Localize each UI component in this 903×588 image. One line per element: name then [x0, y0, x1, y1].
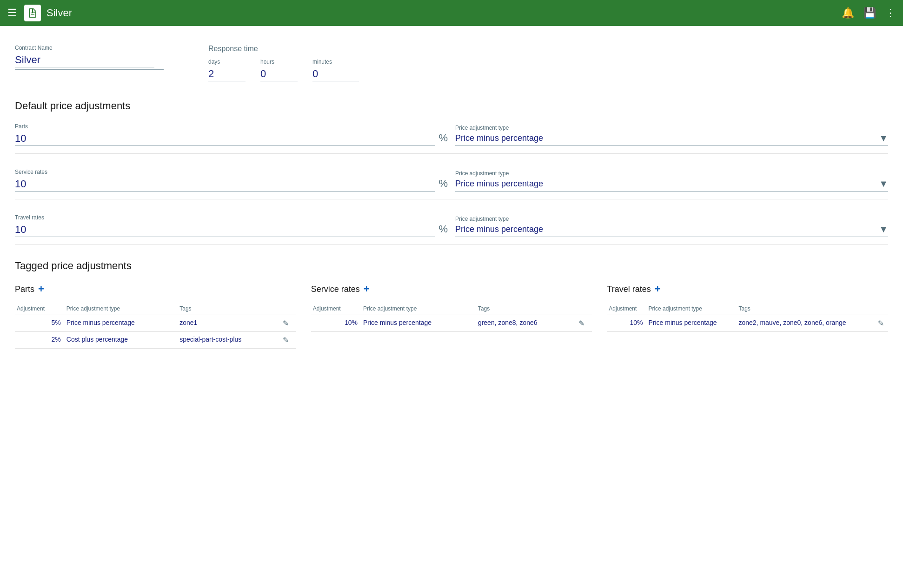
service-rates-adjustment-row: Service rates % Price adjustment type Pr… [15, 169, 888, 199]
main-content: Contract Name Response time days hours m… [0, 26, 903, 360]
table-row: 10% Price minus percentage green, zone8,… [311, 315, 592, 332]
travel-row1-edit-icon[interactable]: ✎ [878, 319, 884, 327]
parts-label: Parts [15, 123, 448, 130]
parts-input[interactable] [15, 132, 435, 146]
travel-rates-label: Travel rates [15, 214, 448, 221]
minutes-input[interactable] [312, 67, 359, 81]
tagged-parts-title: Parts [15, 284, 34, 294]
tagged-service-rates-header: Service rates + [311, 283, 592, 295]
parts-row2-type: Cost plus percentage [65, 332, 178, 349]
contract-name-field: Contract Name [15, 45, 164, 70]
tagged-price-adjustments-section: Tagged price adjustments Parts + Adjustm… [15, 260, 888, 349]
parts-input-row: % [15, 132, 448, 146]
travel-row1-adj: 10% [607, 315, 646, 332]
table-row: 2% Cost plus percentage special-part-cos… [15, 332, 296, 349]
parts-chevron-icon: ▼ [879, 133, 888, 144]
service-adj-col-header: Adjustment [311, 303, 361, 315]
hours-label: hours [260, 59, 298, 65]
service-type-col-header: Price adjustment type [361, 303, 476, 315]
parts-row2-edit-cell: ✎ [281, 332, 296, 349]
svg-rect-1 [31, 13, 33, 13]
tagged-service-rates-add-icon[interactable]: + [364, 283, 370, 295]
travel-rates-percent-icon: % [438, 223, 448, 235]
service-row1-adj: 10% [311, 315, 361, 332]
service-rates-input[interactable] [15, 177, 435, 192]
app-header: ☰ Silver 🔔 💾 ⋮ [0, 0, 903, 26]
parts-row1-tags: zone1 [178, 315, 280, 332]
parts-adj-label: Price adjustment type [455, 125, 888, 131]
minutes-field: minutes [312, 59, 359, 81]
tagged-service-rates-table: Adjustment Price adjustment type Tags 10… [311, 303, 592, 332]
svg-rect-0 [31, 14, 34, 15]
default-price-adjustments-section: Default price adjustments Parts % Price … [15, 100, 888, 245]
parts-row2-edit-icon[interactable]: ✎ [283, 336, 289, 344]
service-rates-adj-label: Price adjustment type [455, 170, 888, 177]
tagged-service-rates-title: Service rates [311, 284, 360, 294]
service-rates-percent-icon: % [438, 178, 448, 190]
parts-type-col-header: Price adjustment type [65, 303, 178, 315]
parts-adjustment-row: Parts % Price adjustment type Price minu… [15, 123, 888, 154]
travel-tags-col-header: Tags [737, 303, 876, 315]
travel-rates-chevron-icon: ▼ [879, 224, 888, 235]
travel-rates-right: Price adjustment type Price minus percen… [455, 216, 888, 237]
travel-rates-adj-value: Price minus percentage [455, 225, 879, 234]
service-rates-right: Price adjustment type Price minus percen… [455, 170, 888, 192]
service-row1-edit-icon[interactable]: ✎ [578, 319, 584, 327]
parts-adj-select[interactable]: Price minus percentage ▼ [455, 133, 888, 146]
travel-rates-adjustment-row: Travel rates % Price adjustment type Pri… [15, 214, 888, 245]
days-field: days [208, 59, 246, 81]
travel-rates-adj-label: Price adjustment type [455, 216, 888, 222]
hours-input[interactable] [260, 67, 298, 81]
parts-adj-col-header: Adjustment [15, 303, 65, 315]
tagged-travel-rates-add-icon[interactable]: + [655, 283, 661, 295]
default-adjustments-title: Default price adjustments [15, 100, 888, 112]
service-rates-adj-value: Price minus percentage [455, 179, 879, 189]
travel-row1-tags: zone2, mauve, zone0, zone6, orange [737, 315, 876, 332]
tagged-travel-rates-column: Travel rates + Adjustment Price adjustme… [607, 283, 888, 349]
tagged-travel-rates-table: Adjustment Price adjustment type Tags 10… [607, 303, 888, 332]
service-tags-col-header: Tags [476, 303, 577, 315]
tagged-service-header-row: Adjustment Price adjustment type Tags [311, 303, 592, 315]
parts-percent-icon: % [438, 132, 448, 144]
parts-row1-edit-cell: ✎ [281, 315, 296, 332]
tagged-travel-rates-header: Travel rates + [607, 283, 888, 295]
parts-row2-tags: special-part-cost-plus [178, 332, 280, 349]
response-time-label: Response time [208, 45, 359, 53]
days-label: days [208, 59, 246, 65]
travel-row1-type: Price minus percentage [646, 315, 737, 332]
service-rates-adj-select[interactable]: Price minus percentage ▼ [455, 178, 888, 192]
tagged-parts-header-row: Adjustment Price adjustment type Tags [15, 303, 296, 315]
tagged-travel-header-row: Adjustment Price adjustment type Tags [607, 303, 888, 315]
contract-name-input[interactable] [15, 53, 154, 67]
app-icon [24, 5, 41, 21]
parts-row1-edit-icon[interactable]: ✎ [283, 319, 289, 327]
tagged-parts-column: Parts + Adjustment Price adjustment type… [15, 283, 296, 349]
service-rates-input-row: % [15, 177, 448, 192]
more-options-icon[interactable]: ⋮ [885, 7, 896, 19]
page-title: Silver [46, 7, 842, 19]
travel-rates-left: Travel rates % [15, 214, 448, 237]
parts-right: Price adjustment type Price minus percen… [455, 125, 888, 146]
tagged-parts-table: Adjustment Price adjustment type Tags 5%… [15, 303, 296, 349]
travel-type-col-header: Price adjustment type [646, 303, 737, 315]
parts-row1-adj: 5% [15, 315, 65, 332]
tagged-travel-rates-title: Travel rates [607, 284, 651, 294]
service-row1-type: Price minus percentage [361, 315, 476, 332]
save-icon[interactable]: 💾 [863, 7, 876, 19]
travel-rates-input[interactable] [15, 223, 435, 237]
travel-adj-col-header: Adjustment [607, 303, 646, 315]
hours-field: hours [260, 59, 298, 81]
service-rates-left: Service rates % [15, 169, 448, 192]
tagged-service-rates-column: Service rates + Adjustment Price adjustm… [311, 283, 592, 349]
days-input[interactable] [208, 67, 246, 81]
tagged-parts-add-icon[interactable]: + [38, 283, 44, 295]
contract-name-label: Contract Name [15, 45, 164, 51]
top-form-row: Contract Name Response time days hours m… [15, 37, 888, 81]
service-row1-tags: green, zone8, zone6 [476, 315, 577, 332]
travel-rates-adj-select[interactable]: Price minus percentage ▼ [455, 224, 888, 237]
menu-icon[interactable]: ☰ [7, 7, 17, 19]
service-rates-chevron-icon: ▼ [879, 178, 888, 189]
notifications-icon[interactable]: 🔔 [842, 7, 854, 19]
travel-row1-edit-cell: ✎ [876, 315, 888, 332]
parts-adj-value: Price minus percentage [455, 133, 879, 143]
